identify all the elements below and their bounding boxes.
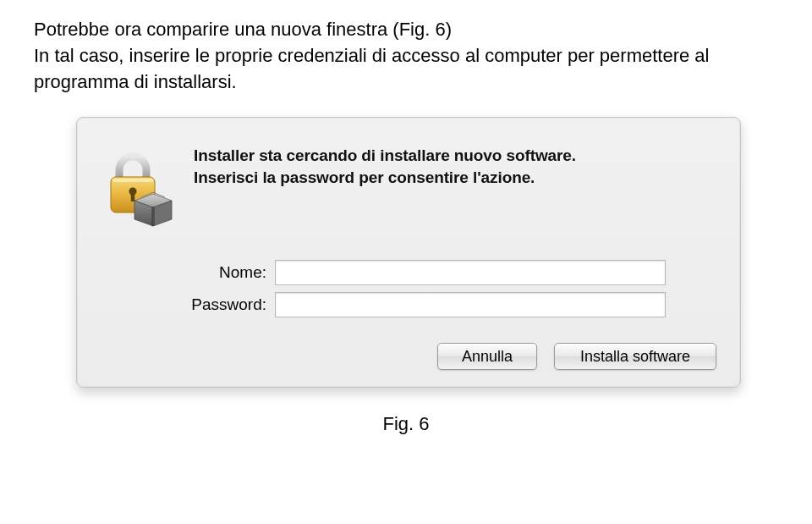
svg-rect-3 [131,193,134,201]
doc-paragraph-1: Potrebbe ora comparire una nuova finestr… [34,17,778,43]
password-row: Password: [101,292,716,317]
password-field[interactable] [275,292,666,317]
credentials-form: Nome: Password: [101,260,716,317]
name-label: Nome: [101,263,275,282]
dialog-message-line1: Installer sta cercando di installare nuo… [194,145,716,167]
lock-icon [102,145,175,229]
auth-dialog: Installer sta cercando di installare nuo… [76,117,741,388]
dialog-header-row: Installer sta cercando di installare nuo… [101,141,716,229]
dialog-figure: Installer sta cercando di installare nuo… [34,117,778,388]
name-row: Nome: [101,260,716,285]
doc-paragraph-2: In tal caso, inserire le proprie credenz… [34,43,778,96]
dialog-buttons: Annulla Installa software [101,343,716,370]
document-body: Potrebbe ora comparire una nuova finestr… [34,17,778,95]
figure-caption: Fig. 6 [34,413,778,435]
svg-marker-7 [151,207,155,226]
install-software-button[interactable]: Installa software [554,343,716,370]
password-label: Password: [101,295,275,314]
dialog-message: Installer sta cercando di installare nuo… [194,141,716,188]
dialog-message-line2: Inserisci la password per consentire l'a… [194,167,716,189]
svg-rect-1 [112,179,153,182]
name-field[interactable] [275,260,666,285]
cancel-button[interactable]: Annulla [437,343,537,370]
